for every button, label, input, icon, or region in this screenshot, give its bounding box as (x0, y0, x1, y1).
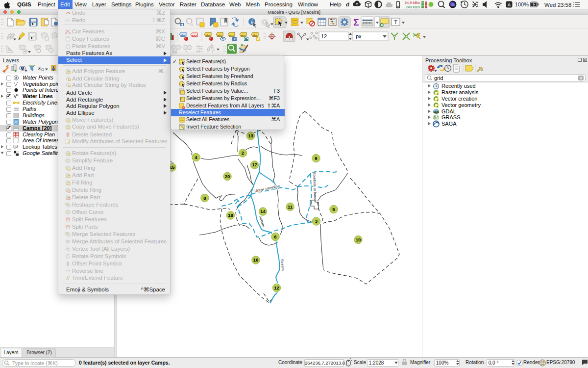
svg-text:240 kB/s: 240 kB/s (406, 5, 420, 9)
svg-text:T: T (394, 19, 397, 25)
svg-text:abc: abc (241, 34, 246, 37)
svg-text:13: 13 (248, 133, 253, 138)
svg-text:Borehole to house: Borehole to house (312, 172, 318, 202)
svg-text:5: 5 (332, 207, 335, 212)
svg-text:100%: 100% (515, 1, 529, 7)
svg-text:3: 3 (315, 218, 318, 224)
svg-text:20: 20 (225, 174, 230, 179)
svg-text:abc: abc (217, 34, 223, 37)
svg-text:11: 11 (288, 204, 293, 210)
svg-text:2: 2 (242, 150, 244, 156)
svg-text:i: i (251, 19, 253, 25)
svg-text:Wed 23:58: Wed 23:58 (544, 2, 571, 8)
svg-text:8: 8 (203, 195, 206, 201)
svg-text:abc: abc (229, 34, 235, 37)
svg-text:Upper campline: Upper campline (254, 184, 280, 193)
svg-text:ε: ε (38, 65, 41, 72)
svg-text:4: 4 (195, 155, 197, 160)
svg-text:14: 14 (260, 209, 266, 214)
svg-text:9: 9 (315, 156, 317, 161)
svg-text:10: 10 (356, 237, 361, 242)
svg-text:Σ: Σ (353, 17, 359, 27)
svg-text:6: 6 (274, 234, 276, 239)
svg-text:16: 16 (253, 257, 259, 263)
svg-text:Stream: Stream (280, 259, 285, 271)
svg-text:18: 18 (228, 212, 233, 218)
svg-text:12: 12 (321, 33, 327, 39)
svg-text:abc: abc (180, 34, 186, 37)
svg-text:12: 12 (274, 285, 279, 290)
svg-text:✕: ✕ (579, 76, 583, 80)
svg-text:17: 17 (252, 162, 257, 167)
svg-text:A: A (508, 2, 511, 7)
svg-text:abc: abc (192, 34, 197, 38)
svg-text:px: px (356, 33, 362, 39)
svg-text:abc: abc (252, 34, 258, 37)
svg-text:abc: abc (205, 34, 211, 37)
svg-text:d: d (346, 1, 349, 7)
